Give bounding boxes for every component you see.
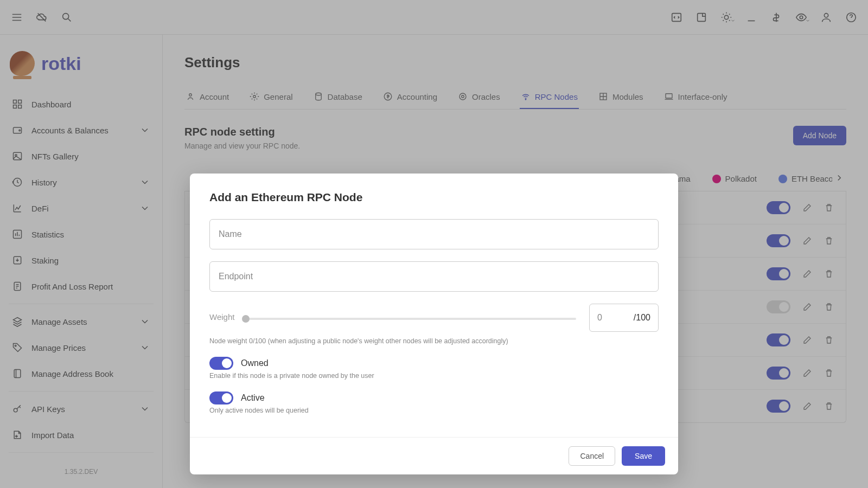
weight-slider[interactable] [242,318,576,320]
cancel-button[interactable]: Cancel [569,446,615,466]
weight-hint: Node weight 0/100 (when adjusting a publ… [209,337,659,345]
endpoint-field-wrap[interactable] [209,261,659,292]
endpoint-input[interactable] [219,272,649,281]
owned-label: Owned [241,358,269,368]
modal-overlay[interactable]: Add an Ethereum RPC Node Weight 0 /100 [0,0,868,488]
owned-toggle[interactable] [209,357,233,370]
weight-label: Weight [209,312,234,322]
name-field-wrap[interactable] [209,219,659,249]
active-toggle[interactable] [209,391,233,404]
modal-title: Add an Ethereum RPC Node [209,191,659,204]
active-label: Active [241,393,265,403]
slider-thumb[interactable] [242,315,250,323]
weight-value-input[interactable]: 0 /100 [589,304,659,332]
name-input[interactable] [219,229,649,239]
modal-footer: Cancel Save [190,437,678,474]
add-rpc-node-modal: Add an Ethereum RPC Node Weight 0 /100 [190,174,678,474]
save-button[interactable]: Save [622,446,665,466]
owned-hint: Enable if this node is a private node ow… [209,372,659,380]
active-hint: Only active nodes will be queried [209,407,659,414]
